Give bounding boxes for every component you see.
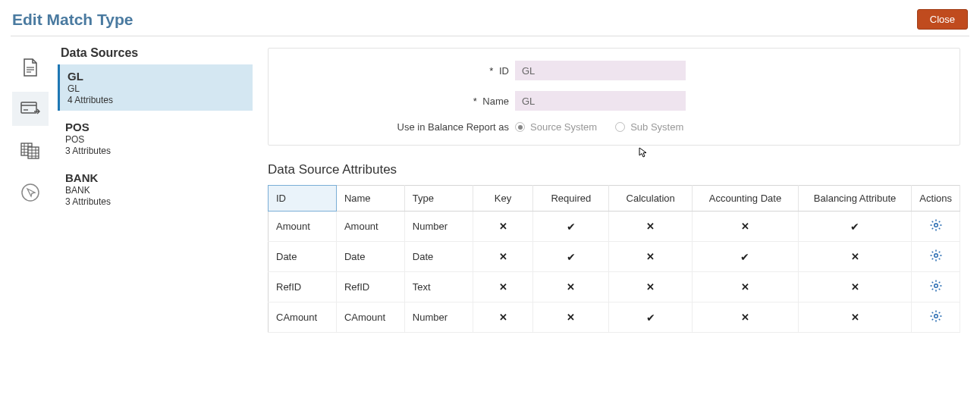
radio-icon [615, 122, 625, 132]
cell-accounting-date: ✕ [693, 272, 799, 302]
data-source-item-bank[interactable]: BANKBANK3 Attributes [58, 166, 253, 212]
cell-actions [912, 212, 960, 242]
cell-actions [912, 242, 960, 272]
data-source-name: GL [68, 70, 245, 83]
cell-key: ✕ [473, 272, 533, 302]
cell-key: ✕ [473, 242, 533, 272]
data-source-name: POS [65, 121, 245, 133]
cell-actions [912, 272, 960, 302]
cell-calculation: ✕ [609, 272, 693, 302]
cell-required: ✕ [533, 302, 609, 333]
cell-balancing: ✕ [798, 272, 912, 302]
cell-required: ✔ [533, 242, 609, 272]
attributes-table: IDNameTypeKeyRequiredCalculationAccounti… [268, 185, 960, 333]
page-title: Edit Match Type [12, 11, 133, 29]
card-icon [20, 102, 40, 117]
column-header[interactable]: Type [404, 186, 473, 212]
required-star: * [473, 96, 477, 107]
close-button[interactable]: Close [917, 9, 968, 30]
table-row: AmountAmountNumber✕✔✕✕✔ [269, 212, 960, 242]
svg-point-22 [934, 315, 938, 318]
content-area: * ID * Name Use in Balance Report as [259, 36, 969, 344]
gear-icon [929, 309, 943, 325]
cell-calculation: ✔ [609, 302, 693, 333]
cell-accounting-date: ✕ [693, 212, 799, 242]
data-source-sub: GL [68, 83, 245, 94]
balance-report-label: Use in Balance Report as [397, 121, 509, 133]
data-source-item-gl[interactable]: GLGL4 Attributes [58, 64, 253, 111]
column-header[interactable]: Key [473, 186, 533, 212]
row-actions-button[interactable] [929, 249, 943, 265]
cell-type: Number [404, 302, 473, 333]
cross-icon: ✕ [646, 281, 655, 293]
cell-id: Amount [269, 212, 337, 242]
pointer-icon [20, 183, 40, 202]
cell-name: CAmount [336, 302, 404, 333]
column-header[interactable]: Accounting Date [693, 186, 799, 212]
data-source-item-pos[interactable]: POSPOS3 Attributes [58, 115, 253, 161]
nav-pointer[interactable] [12, 175, 49, 209]
cell-name: RefID [336, 272, 404, 302]
cell-required: ✔ [533, 212, 609, 242]
radio-sub-system[interactable]: Sub System [615, 121, 683, 133]
cell-actions [912, 302, 960, 333]
column-header[interactable]: Required [533, 186, 609, 212]
cross-icon: ✕ [499, 251, 507, 262]
column-header[interactable]: Balancing Attribute [798, 186, 912, 212]
cell-id: Date [269, 242, 337, 272]
cell-accounting-date: ✔ [693, 242, 799, 272]
data-source-attr-count: 3 Attributes [65, 196, 245, 207]
cell-id: RefID [269, 272, 337, 302]
id-input[interactable] [515, 61, 686, 80]
cross-icon: ✕ [499, 221, 507, 232]
cell-type: Text [404, 272, 473, 302]
name-label: Name [482, 96, 509, 107]
row-actions-button[interactable] [929, 218, 943, 234]
nav-grid[interactable] [12, 133, 49, 168]
check-icon: ✔ [850, 221, 859, 233]
svg-point-19 [934, 224, 938, 227]
data-source-sub: BANK [65, 185, 245, 196]
column-header[interactable]: Calculation [609, 186, 693, 212]
cross-icon: ✕ [851, 281, 859, 293]
cross-icon: ✕ [499, 312, 507, 323]
name-input[interactable] [515, 91, 686, 111]
row-actions-button[interactable] [929, 309, 943, 325]
column-header[interactable]: ID [269, 186, 337, 212]
cell-type: Number [404, 212, 473, 242]
cross-icon: ✕ [567, 312, 575, 323]
cross-icon: ✕ [499, 281, 507, 293]
cross-icon: ✕ [741, 312, 749, 323]
cross-icon: ✕ [851, 312, 859, 323]
check-icon: ✔ [567, 251, 576, 263]
iconbar [11, 36, 50, 344]
nav-document[interactable] [12, 50, 49, 84]
cross-icon: ✕ [646, 251, 655, 262]
check-icon: ✔ [646, 312, 655, 324]
data-source-name: BANK [65, 171, 245, 184]
gear-icon [929, 218, 943, 234]
cell-accounting-date: ✕ [693, 302, 799, 333]
nav-datasources[interactable] [12, 92, 49, 126]
required-star: * [489, 65, 493, 77]
cell-name: Amount [336, 212, 404, 242]
cell-balancing: ✔ [798, 212, 912, 242]
column-header[interactable]: Actions [912, 186, 960, 212]
radio-source-system[interactable]: Source System [515, 121, 597, 133]
data-source-attr-count: 4 Attributes [68, 95, 245, 105]
grid-icon [20, 143, 40, 159]
gear-icon [929, 279, 943, 295]
data-source-sub: POS [65, 134, 245, 145]
cell-balancing: ✕ [798, 242, 912, 272]
column-header[interactable]: Name [336, 186, 404, 212]
row-actions-button[interactable] [929, 279, 943, 295]
check-icon: ✔ [567, 221, 576, 233]
cell-calculation: ✕ [609, 242, 693, 272]
table-row: RefIDRefIDText✕✕✕✕✕ [269, 272, 960, 302]
data-source-form: * ID * Name Use in Balance Report as [268, 48, 960, 146]
gear-icon [929, 249, 943, 265]
table-row: CAmountCAmountNumber✕✕✔✕✕ [269, 302, 960, 333]
svg-point-21 [934, 284, 938, 288]
cross-icon: ✕ [741, 221, 749, 232]
svg-point-20 [934, 254, 938, 258]
